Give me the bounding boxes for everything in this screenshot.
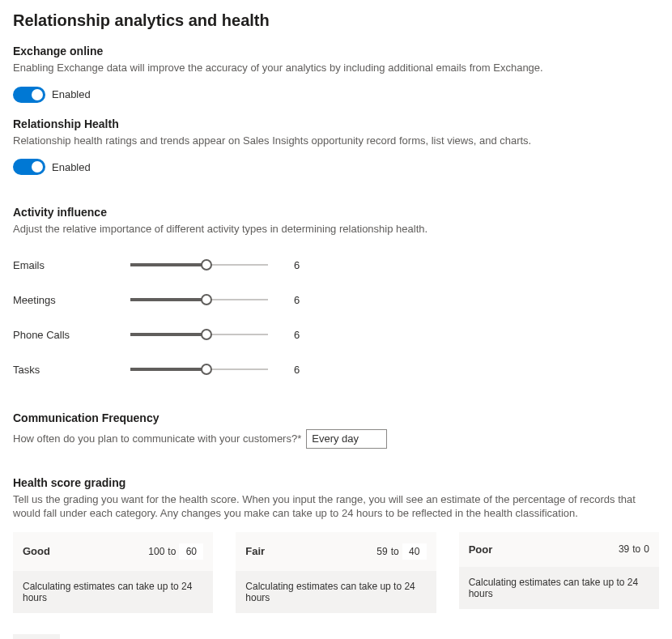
page-title: Relationship analytics and health [13,11,659,30]
relhealth-toggle[interactable] [13,159,45,175]
grading-title: Health score grading [13,476,659,489]
activity-desc: Adjust the relative importance of differ… [13,222,659,236]
slider-label: Phone Calls [13,329,130,341]
slider-label: Emails [13,259,130,271]
grade-to-input[interactable] [402,543,427,560]
exchange-title: Exchange online [13,45,659,58]
grade-card: Fair 59 to Calculating estimates can tak… [236,532,436,613]
grade-from-value: 100 [148,546,164,557]
slider-label: Tasks [13,364,130,376]
slider[interactable] [130,259,268,271]
grade-from-value: 59 [376,546,387,557]
relhealth-desc: Relationship health ratings and trends a… [13,134,659,148]
relhealth-toggle-label: Enabled [52,161,91,173]
comm-frequency-select[interactable]: Every day [306,429,387,449]
activity-title: Activity influence [13,206,659,219]
grade-to-input[interactable] [179,543,203,560]
comm-title: Communication Frequency [13,411,659,424]
slider-value: 6 [294,329,310,341]
grade-estimate-text: Calculating estimates can take up to 24 … [459,567,659,609]
comm-frequency-value: Every day [312,432,359,445]
grade-estimate-text: Calculating estimates can take up to 24 … [13,571,213,613]
exchange-toggle[interactable] [13,87,45,103]
slider-value: 6 [294,259,310,271]
slider[interactable] [130,294,268,305]
slider-label: Meetings [13,294,130,306]
relhealth-title: Relationship Health [13,117,659,130]
grade-card: Poor 39 to 0 Calculating estimates can t… [459,532,659,613]
save-button[interactable]: Save [13,634,60,639]
grade-to-label: to [168,546,176,557]
slider-value: 6 [294,294,310,306]
grading-desc: Tell us the grading you want for the hea… [13,492,659,521]
slider-value: 6 [294,364,310,376]
grade-name: Good [23,545,50,557]
grade-name: Poor [469,543,493,556]
exchange-toggle-label: Enabled [52,88,91,100]
grade-estimate-text: Calculating estimates can take up to 24 … [236,571,436,613]
slider[interactable] [130,364,268,375]
slider[interactable] [130,329,268,340]
comm-label: How often do you plan to communicate wit… [13,432,301,445]
grade-to-label: to [391,546,399,557]
grade-to-value: 0 [644,543,649,555]
grade-to-label: to [632,543,640,555]
grade-from-value: 39 [619,543,629,555]
exchange-desc: Enabling Exchange data will improve the … [13,61,659,75]
grade-card: Good 100 to Calculating estimates can ta… [13,532,213,613]
grade-name: Fair [245,545,265,557]
